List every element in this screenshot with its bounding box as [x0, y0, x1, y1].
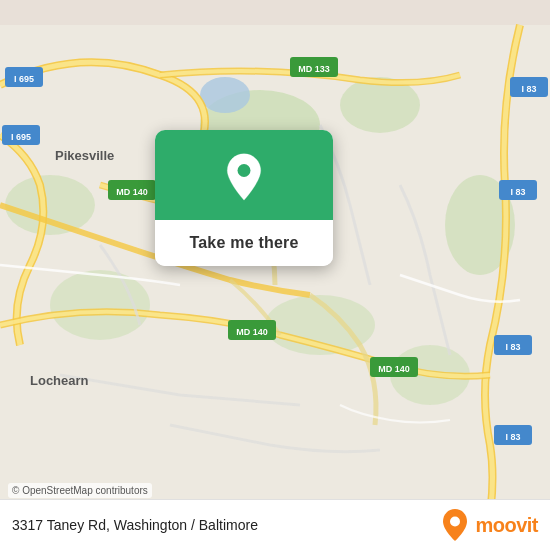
svg-text:I 83: I 83	[505, 342, 520, 352]
svg-text:Lochearn: Lochearn	[30, 373, 89, 388]
svg-text:I 695: I 695	[11, 132, 31, 142]
map-background: I 695 I 695 I 83 I 83 I 83 I 83 MD 133 M…	[0, 0, 550, 550]
svg-text:MD 140: MD 140	[116, 187, 148, 197]
svg-point-7	[5, 175, 95, 235]
moovit-pin-icon	[441, 508, 469, 542]
svg-point-31	[238, 164, 251, 177]
location-popup: Take me there	[155, 130, 333, 266]
take-me-there-button[interactable]: Take me there	[155, 220, 333, 266]
svg-point-32	[450, 517, 460, 527]
location-pin-icon	[222, 152, 266, 202]
map-container: I 695 I 695 I 83 I 83 I 83 I 83 MD 133 M…	[0, 0, 550, 550]
svg-text:I 695: I 695	[14, 74, 34, 84]
address-text: 3317 Taney Rd, Washington / Baltimore	[12, 517, 258, 533]
bottom-bar: 3317 Taney Rd, Washington / Baltimore mo…	[0, 499, 550, 550]
svg-text:MD 133: MD 133	[298, 64, 330, 74]
moovit-label: moovit	[475, 514, 538, 537]
svg-text:I 83: I 83	[505, 432, 520, 442]
moovit-logo: moovit	[441, 508, 538, 542]
svg-point-8	[200, 77, 250, 113]
copyright-text: © OpenStreetMap contributors	[8, 483, 152, 498]
svg-text:I 83: I 83	[521, 84, 536, 94]
popup-header	[155, 130, 333, 220]
svg-text:I 83: I 83	[510, 187, 525, 197]
svg-text:MD 140: MD 140	[378, 364, 410, 374]
svg-text:Pikesville: Pikesville	[55, 148, 114, 163]
svg-text:MD 140: MD 140	[236, 327, 268, 337]
